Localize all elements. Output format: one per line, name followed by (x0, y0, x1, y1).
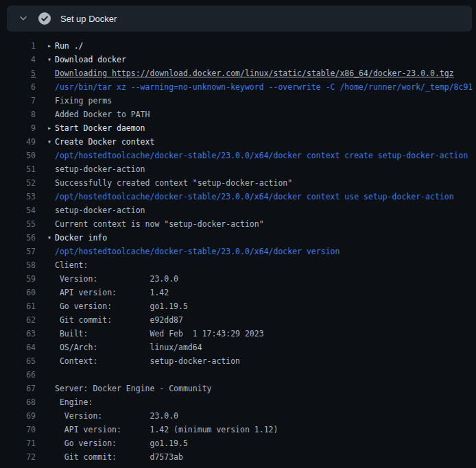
group-expanded-icon[interactable]: ▾ (36, 231, 55, 245)
log-group-row[interactable]: 49▾Create Docker context (0, 135, 476, 149)
log-text: Git commit: e92dd87 (55, 313, 183, 327)
line-number[interactable]: 59 (0, 272, 36, 286)
marker-slot (36, 409, 55, 423)
line-number[interactable]: 66 (0, 368, 36, 382)
command-text: /opt/hostedtoolcache/docker-stable/23.0.… (55, 190, 454, 204)
line-number[interactable]: 62 (0, 313, 36, 327)
log-link[interactable]: https://download.docker.com/linux/static… (112, 66, 454, 80)
log-line-row: 51setup-docker-action (0, 162, 476, 176)
log-text: Added Docker to PATH (55, 108, 150, 121)
marker-slot (36, 94, 55, 108)
log-line-row: 63 Built: Wed Feb 1 17:43:29 2023 (0, 327, 476, 341)
group-collapsed-icon[interactable]: ▸ (36, 121, 55, 135)
log-line-row: 68 Engine: (0, 395, 476, 409)
log-line-row: 8Added Docker to PATH (0, 108, 476, 121)
group-title[interactable]: Run ./ (55, 39, 84, 53)
command-text: /opt/hostedtoolcache/docker-stable/23.0.… (55, 149, 468, 162)
line-number[interactable]: 4 (0, 53, 36, 66)
log-text: Server: Docker Engine - Community (55, 382, 211, 395)
log-group-row[interactable]: 1▸Run ./ (0, 39, 476, 53)
log-line-row: 67Server: Docker Engine - Community (0, 382, 476, 395)
log-line-row: 5Downloading https://download.docker.com… (0, 66, 476, 80)
line-number[interactable]: 6 (0, 80, 36, 94)
log-text: Version: 23.0.0 (55, 409, 178, 423)
line-number[interactable]: 8 (0, 108, 36, 121)
line-number[interactable]: 65 (0, 354, 36, 368)
log-group-row[interactable]: 9▸Start Docker daemon (0, 121, 476, 135)
line-number[interactable]: 52 (0, 176, 36, 190)
log-group-row[interactable]: 56▾Docker info (0, 231, 476, 245)
line-number[interactable]: 70 (0, 423, 36, 436)
log-line-row: 53/opt/hostedtoolcache/docker-stable/23.… (0, 190, 476, 204)
command-text: /usr/bin/tar xz --warning=no-unknown-key… (55, 80, 473, 94)
line-number[interactable]: 9 (0, 121, 36, 135)
chevron-down-icon[interactable] (19, 14, 28, 23)
group-expanded-icon[interactable]: ▾ (36, 53, 55, 66)
marker-slot (36, 313, 55, 327)
log-line-row: 66 (0, 368, 476, 382)
log-line-row: 6/usr/bin/tar xz --warning=no-unknown-ke… (0, 80, 476, 94)
log-group-row[interactable]: 4▾Download docker (0, 53, 476, 66)
log-line-row: 62 Git commit: e92dd87 (0, 313, 476, 327)
line-number[interactable]: 58 (0, 258, 36, 272)
log-text: Version: 23.0.0 (55, 272, 178, 286)
line-number[interactable]: 5 (0, 66, 36, 80)
line-number[interactable]: 56 (0, 231, 36, 245)
line-number[interactable]: 60 (0, 286, 36, 299)
line-number[interactable]: 64 (0, 341, 36, 354)
log-text: Git commit: d7573ab (55, 450, 183, 464)
line-number[interactable]: 67 (0, 382, 36, 395)
log-line-row: 69 Version: 23.0.0 (0, 409, 476, 423)
line-number[interactable]: 71 (0, 436, 36, 450)
marker-slot (36, 245, 55, 258)
log-text: setup-docker-action (55, 162, 145, 176)
log-line-row: 64 OS/Arch: linux/amd64 (0, 341, 476, 354)
group-title[interactable]: Download docker (55, 53, 126, 66)
log-line-row: 60 API version: 1.42 (0, 286, 476, 299)
check-circle-icon (38, 12, 51, 25)
marker-slot (36, 217, 55, 231)
line-number[interactable]: 54 (0, 204, 36, 217)
marker-slot (36, 176, 55, 190)
marker-slot (36, 162, 55, 176)
line-number[interactable]: 51 (0, 162, 36, 176)
line-number[interactable]: 69 (0, 409, 36, 423)
log-text: Go version: go1.19.5 (55, 436, 188, 450)
marker-slot (36, 80, 55, 94)
line-number[interactable]: 72 (0, 450, 36, 464)
line-number[interactable]: 61 (0, 299, 36, 313)
line-number[interactable]: 53 (0, 190, 36, 204)
line-number[interactable]: 57 (0, 245, 36, 258)
line-number[interactable]: 55 (0, 217, 36, 231)
group-title[interactable]: Docker info (55, 231, 107, 245)
marker-slot (36, 436, 55, 450)
marker-slot (36, 395, 55, 409)
line-number[interactable]: 68 (0, 395, 36, 409)
group-title[interactable]: Start Docker daemon (55, 121, 145, 135)
log-text: Successfully created context "setup-dock… (55, 176, 292, 190)
line-number[interactable]: 1 (0, 39, 36, 53)
group-collapsed-icon[interactable]: ▸ (36, 39, 55, 53)
log-text: Context: setup-docker-action (55, 354, 240, 368)
line-number[interactable]: 7 (0, 94, 36, 108)
marker-slot (36, 108, 55, 121)
marker-slot (36, 341, 55, 354)
step-header[interactable]: Set up Docker (7, 5, 472, 32)
log-text: Go version: go1.19.5 (55, 299, 188, 313)
log-line-row: 54setup-docker-action (0, 204, 476, 217)
log-line-row: 57/opt/hostedtoolcache/docker-stable/23.… (0, 245, 476, 258)
group-title[interactable]: Create Docker context (55, 135, 154, 149)
line-number[interactable]: 49 (0, 135, 36, 149)
log-text: Current context is now "setup-docker-act… (55, 217, 264, 231)
line-number[interactable]: 50 (0, 149, 36, 162)
log-line-row: 61 Go version: go1.19.5 (0, 299, 476, 313)
log-text: Downloading (55, 66, 112, 80)
log-line-row: 52Successfully created context "setup-do… (0, 176, 476, 190)
log-text: Engine: (55, 395, 93, 409)
log-line-row: 70 API version: 1.42 (minimum version 1.… (0, 423, 476, 436)
marker-slot (36, 204, 55, 217)
line-number[interactable]: 63 (0, 327, 36, 341)
command-text: /opt/hostedtoolcache/docker-stable/23.0.… (55, 245, 340, 258)
log-line-row: 65 Context: setup-docker-action (0, 354, 476, 368)
group-expanded-icon[interactable]: ▾ (36, 135, 55, 149)
